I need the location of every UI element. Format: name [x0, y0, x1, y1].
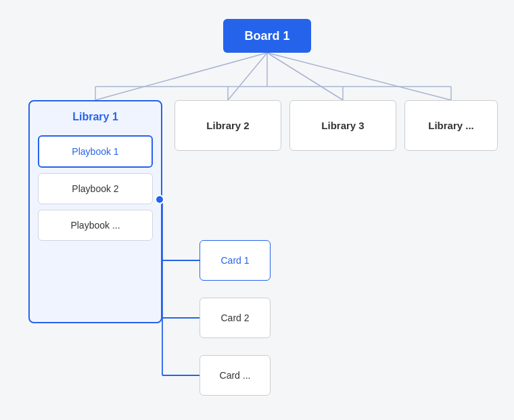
- library-3-node[interactable]: Library 3: [289, 100, 396, 151]
- library-1-title: Library 1: [30, 101, 161, 130]
- board-node[interactable]: Board 1: [223, 19, 311, 53]
- library-3-label: Library 3: [321, 120, 364, 131]
- board-label: Board 1: [244, 29, 289, 43]
- canvas: Board 1 Library 1 Playbook 1 Playbook 2 …: [0, 0, 514, 420]
- svg-line-3: [267, 53, 451, 100]
- card-more-label: Card ...: [220, 370, 251, 381]
- playbook-1-item[interactable]: Playbook 1: [38, 135, 153, 168]
- svg-line-0: [95, 53, 267, 100]
- library-2-label: Library 2: [206, 120, 249, 131]
- svg-line-2: [267, 53, 343, 100]
- library-more-node[interactable]: Library ...: [404, 100, 498, 151]
- playbook-1-connector-dot: [155, 195, 164, 204]
- card-more-node[interactable]: Card ...: [200, 355, 271, 396]
- card-1-node[interactable]: Card 1: [200, 240, 271, 281]
- playbook-2-label: Playbook 2: [72, 183, 118, 194]
- playbook-2-item[interactable]: Playbook 2: [38, 173, 153, 204]
- library-more-label: Library ...: [428, 120, 474, 131]
- card-2-node[interactable]: Card 2: [200, 298, 271, 338]
- card-2-label: Card 2: [220, 312, 249, 323]
- playbook-1-label: Playbook 1: [72, 146, 118, 157]
- playbook-3-label: Playbook ...: [70, 220, 120, 231]
- library-1-container[interactable]: Library 1 Playbook 1 Playbook 2 Playbook…: [28, 100, 162, 323]
- card-1-label: Card 1: [220, 255, 249, 266]
- playbook-3-item[interactable]: Playbook ...: [38, 210, 153, 241]
- svg-line-1: [228, 53, 267, 100]
- library-2-node[interactable]: Library 2: [174, 100, 281, 151]
